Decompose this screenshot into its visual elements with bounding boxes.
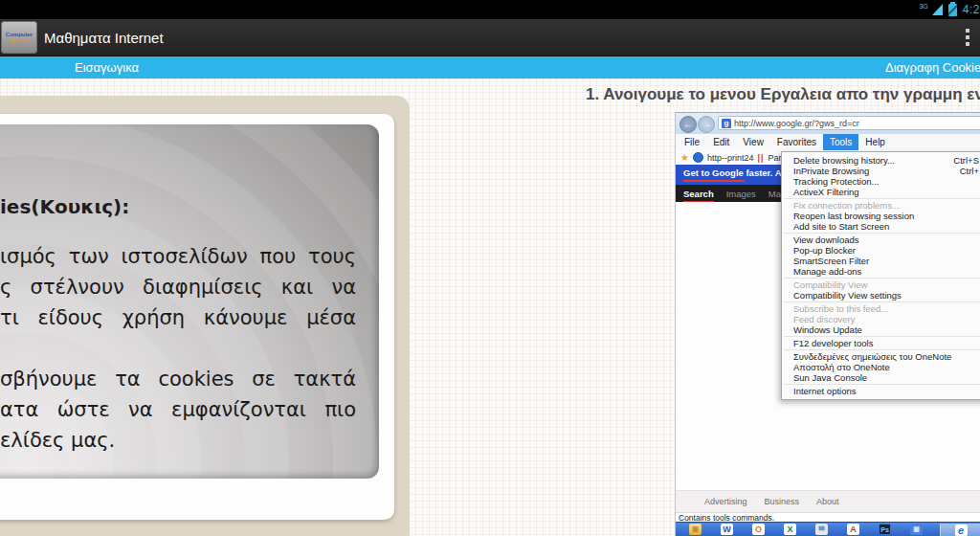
menu-item-shortcut: Ctrl+ bbox=[960, 166, 980, 176]
photoshop-icon: Ps bbox=[879, 524, 891, 535]
menu-item-feed-discovery: Feed discovery bbox=[782, 314, 980, 324]
overflow-dot bbox=[966, 42, 969, 46]
site-favicon: g bbox=[722, 119, 731, 128]
access-icon: A bbox=[847, 524, 859, 535]
menu-edit: Edit bbox=[706, 134, 736, 150]
menu-separator bbox=[784, 198, 980, 199]
menu-item-tracking-protection: Tracking Protection... bbox=[782, 176, 980, 187]
menu-item-compatibility-view: Compatibility View bbox=[782, 279, 980, 290]
taskbar-active-section: e bbox=[940, 524, 980, 536]
slide-text-line: τι είδους χρήση κάνουμε μέσα bbox=[0, 306, 356, 329]
slide-text-line: σβήνουμε τα cookies σε τακτά bbox=[0, 368, 356, 391]
menu-favorites: Favorites bbox=[770, 134, 823, 150]
menu-item-onenote-linked-notes: Συνδεδεμένες σημειώσεις του OneNote bbox=[782, 351, 980, 362]
word-icon: W bbox=[721, 524, 733, 535]
action-bar: Computer guides Μαθηματα Internet bbox=[0, 19, 980, 56]
menu-separator bbox=[784, 349, 980, 350]
photo-viewer-icon: ▦ bbox=[910, 524, 923, 535]
overflow-menu-button[interactable] bbox=[961, 24, 974, 51]
tablet-screen: 3G 4:2 Computer guides Μαθηματα Internet… bbox=[0, 0, 980, 536]
tab-eisagogika[interactable]: Εισαγωγικα bbox=[75, 60, 139, 75]
pager-tab-strip: Εισαγωγικα Διαγραφη Cookies bbox=[0, 56, 980, 78]
internet-explorer-icon: e bbox=[955, 525, 968, 536]
address-bar: ← → g http://www.google.gr/?gws_rd=cr bbox=[676, 112, 980, 136]
folder-icon: ▣ bbox=[689, 524, 702, 535]
slide-title: ies(Κουκις): bbox=[0, 195, 129, 218]
app-icon-subtext: guides bbox=[10, 37, 28, 43]
battery-icon bbox=[948, 4, 957, 16]
google-nav-search: Search bbox=[683, 189, 714, 199]
back-icon: ← bbox=[679, 116, 697, 133]
windows-taskbar: ▣ W O X ✉ A Ps ▦ e bbox=[676, 522, 980, 536]
url-text: http://www.google.gr/?gws_rd=cr bbox=[734, 119, 859, 128]
menu-view: View bbox=[736, 134, 770, 150]
menu-separator bbox=[784, 336, 980, 337]
menu-item-shortcut: Ctrl+S bbox=[953, 155, 980, 166]
menu-bar: File Edit View Favorites Tools Help bbox=[676, 134, 980, 150]
status-icons: 3G 4:2 bbox=[919, 0, 980, 19]
slide-image: ies(Κουκις): ισμός των ιστοσελίδων που τ… bbox=[0, 124, 379, 479]
overflow-dot bbox=[966, 29, 969, 33]
signal-strength-icon bbox=[932, 4, 943, 15]
slide-text-line: ελίδες μας. bbox=[0, 429, 356, 452]
menu-file: File bbox=[678, 134, 706, 150]
menu-item-popup-blocker: Pop-up Blocker bbox=[782, 245, 980, 256]
favorite-item: http--print24 bbox=[707, 153, 754, 163]
slide-text-line: ισμός των ιστοσελίδων που τους bbox=[0, 245, 356, 268]
menu-item-internet-options: Internet options bbox=[782, 386, 980, 396]
menu-item-inprivate-browsing: InPrivate Browsing Ctrl+ bbox=[782, 166, 980, 176]
menu-item-add-site-to-start-screen: Add site to Start Screen bbox=[782, 221, 980, 232]
menu-tools: Tools bbox=[823, 134, 858, 150]
menu-item-fix-connection-problems: Fix connection problems... bbox=[782, 200, 980, 211]
menu-item-activex-filtering: ActiveX Filtering bbox=[782, 187, 980, 197]
google-footer: Advertising Business About bbox=[676, 490, 980, 512]
menu-item-reopen-last-session: Reopen last browsing session bbox=[782, 211, 980, 221]
outlook-icon: O bbox=[752, 524, 765, 535]
menu-separator bbox=[784, 278, 980, 279]
network-type-label: 3G bbox=[919, 3, 927, 10]
menu-item-label: InPrivate Browsing bbox=[793, 166, 869, 176]
android-status-bar: 3G 4:2 bbox=[0, 0, 980, 19]
browser-status-bar: Contains tools commands. bbox=[676, 512, 980, 522]
url-field: g http://www.google.gr/?gws_rd=cr bbox=[718, 116, 980, 130]
menu-separator bbox=[784, 233, 980, 234]
footer-link-business: Business bbox=[765, 497, 800, 506]
slide-text-line: ς στέλνουν διαφημίσεις και να bbox=[0, 276, 356, 299]
menu-separator bbox=[784, 302, 980, 302]
menu-item-label: Delete browsing history... bbox=[793, 155, 895, 166]
menu-item-smartscreen-filter: SmartScreen Filter bbox=[782, 256, 980, 266]
footer-link-advertising: Advertising bbox=[704, 497, 747, 506]
menu-item-sun-java-console: Sun Java Console bbox=[782, 372, 980, 383]
menu-item-view-downloads: View downloads bbox=[782, 234, 980, 245]
footer-link-about: About bbox=[816, 497, 839, 506]
slide-text-line: ατα ώστε να εμφανίζονται πιο bbox=[0, 398, 356, 421]
tools-dropdown-menu: Delete browsing history... Ctrl+S InPriv… bbox=[781, 151, 980, 400]
overflow-dot bbox=[966, 35, 969, 39]
menu-item-compatibility-view-settings: Compatibility View settings bbox=[782, 290, 980, 301]
favorite-site-icon bbox=[693, 152, 703, 163]
menu-item-delete-browsing-history: Delete browsing history... Ctrl+S bbox=[782, 155, 980, 166]
step-heading: 1. Ανοιγουμε το μενου Εργαλεια απο την γ… bbox=[586, 85, 980, 104]
tab-diagrafi-cookies[interactable]: Διαγραφη Cookies bbox=[885, 60, 980, 75]
parallels-icon: || bbox=[758, 153, 765, 163]
mail-icon: ✉ bbox=[815, 524, 828, 535]
page-title: Μαθηματα Internet bbox=[44, 30, 164, 46]
menu-help: Help bbox=[858, 134, 892, 150]
excel-icon: X bbox=[784, 524, 796, 535]
menu-item-f12-developer-tools: F12 developer tools bbox=[782, 338, 980, 348]
menu-item-windows-update: Windows Update bbox=[782, 324, 980, 335]
forward-icon: → bbox=[698, 116, 715, 133]
menu-item-manage-addons: Manage add-ons bbox=[782, 266, 980, 277]
clock: 4:2 bbox=[963, 3, 980, 16]
app-icon[interactable]: Computer guides bbox=[1, 21, 37, 54]
menu-item-send-to-onenote: Αποστολή στο OneNote bbox=[782, 362, 980, 372]
favorites-star-icon: ★ bbox=[680, 152, 689, 163]
google-nav-images: Images bbox=[726, 189, 756, 199]
menu-item-subscribe-to-feed: Subscribe to this feed... bbox=[782, 303, 980, 314]
menu-separator bbox=[784, 384, 980, 385]
